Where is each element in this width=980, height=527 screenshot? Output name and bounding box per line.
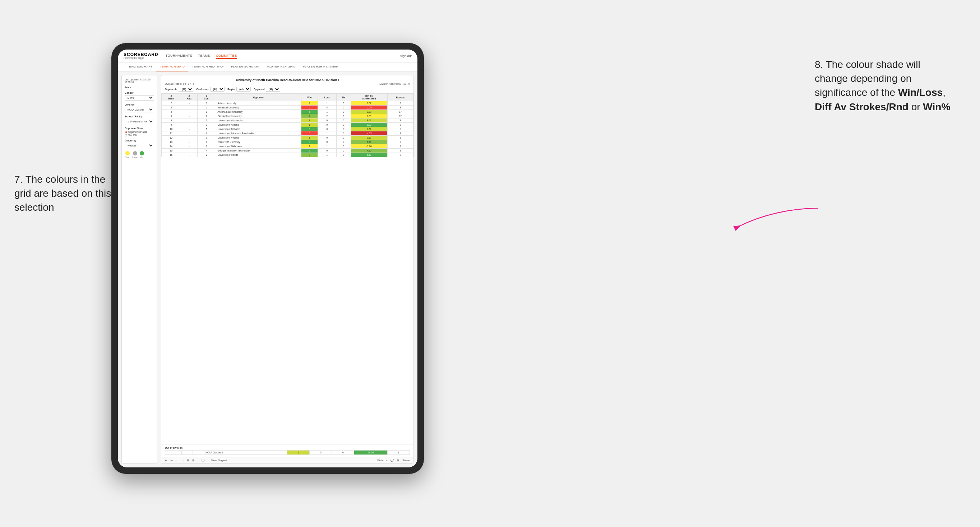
forward-button[interactable]: ›	[180, 459, 181, 462]
colour-by-section: Colour by Win/loss	[125, 139, 154, 148]
cell-tie: 0	[336, 140, 351, 144]
division-select[interactable]: NCAA Division I	[125, 107, 154, 113]
logo: SCOREBOARD Powered by clippd	[124, 52, 158, 59]
grid-header: University of North Carolina Head-to-Hea…	[161, 75, 414, 93]
filter-opponent-select[interactable]: (All)	[266, 87, 280, 92]
ood-tie: 0	[332, 451, 354, 455]
cell-loss: 0	[318, 149, 336, 153]
sub-nav-team-h2h-heatmap[interactable]: TEAM H2H HEATMAP	[188, 62, 228, 71]
sub-nav-player-summary[interactable]: PLAYER SUMMARY	[228, 62, 264, 71]
table-row: 11 - 6 University of Arkansas, Fayettevi…	[162, 132, 414, 136]
cell-conf: 3	[197, 136, 216, 140]
cell-opponent: University of Arizona	[216, 123, 301, 127]
school-section: School (Rank) 1. University of Nort...	[125, 115, 154, 124]
filter-region-label: Region	[228, 88, 235, 90]
radio-dot-opponents	[125, 131, 127, 133]
cell-diff: -2.29	[351, 106, 387, 110]
watch-button[interactable]: Watch ▾	[377, 459, 388, 462]
cell-reg: -	[181, 106, 197, 110]
ood-loss: 0	[310, 451, 332, 455]
cell-tie: 0	[336, 132, 351, 136]
cell-opponent: University of Washington	[216, 119, 301, 123]
cell-conf: 5	[197, 127, 216, 132]
cell-conf: 2	[197, 114, 216, 119]
separator2: |	[197, 459, 198, 462]
crop-button[interactable]: ⊡	[192, 459, 195, 462]
cell-tie: 0	[336, 110, 351, 114]
sign-out-link[interactable]: Sign out	[400, 54, 412, 58]
nav-committee[interactable]: COMMITTEE	[216, 53, 237, 59]
opponent-view-section: Opponent View Opponents Played Top 100	[125, 127, 154, 137]
cell-rank: 12	[162, 136, 181, 140]
sub-nav-team-h2h-grid[interactable]: TEAM H2H GRID	[156, 62, 188, 71]
undo-button[interactable]: ↩	[165, 459, 167, 462]
opponent-view-label: Opponent View	[125, 127, 154, 130]
filter-opponents-select[interactable]: (All)	[179, 87, 193, 92]
school-select[interactable]: 1. University of Nort...	[125, 119, 154, 124]
cell-opponent: University of Virginia	[216, 136, 301, 140]
filter-conference-select[interactable]: (All)	[210, 87, 224, 92]
left-panel: Last Updated: 27/03/2024 16:55:38 Team G…	[121, 75, 158, 464]
nav-tournaments[interactable]: TOURNAMENTS	[165, 53, 192, 59]
copy-button[interactable]: ⊞	[187, 459, 189, 462]
cell-reg: -	[181, 136, 197, 140]
cell-rounds: 8	[388, 127, 414, 132]
out-of-division-table: NCAA Division II 1 0 0 26.00 3	[165, 450, 410, 455]
cell-opponent: Georgia Institute of Technology	[216, 149, 301, 153]
share-button[interactable]: Share	[402, 459, 410, 462]
clock-button[interactable]: 🕐	[201, 459, 205, 462]
nav-teams[interactable]: TEAMS	[198, 53, 210, 59]
colour-by-select[interactable]: Win/loss	[125, 143, 154, 148]
overall-record-value: 89 - 17 - 0	[183, 83, 195, 85]
radio-opponents-played[interactable]: Opponents Played	[125, 131, 154, 133]
annotation-sep2: or	[908, 101, 923, 113]
col-diff: Diff AvStrokes/Rnd	[351, 94, 387, 101]
cell-tie: 0	[336, 153, 351, 157]
cell-reg: -	[181, 149, 197, 153]
sub-nav: TEAM SUMMARY TEAM H2H GRID TEAM H2H HEAT…	[118, 62, 417, 71]
cell-reg: -	[181, 119, 197, 123]
cell-reg: -	[181, 101, 197, 106]
annotation-bold-winpct: Win%	[923, 101, 950, 113]
sub-nav-player-h2h-grid[interactable]: PLAYER H2H GRID	[264, 62, 299, 71]
gender-select[interactable]: Men's	[125, 95, 154, 100]
filter-opponent: Opponent (All)	[254, 87, 280, 92]
table-header-row: #Rank #Reg #Conf Opponent Win Loss Tie D…	[162, 94, 414, 101]
school-label: School (Rank)	[125, 115, 154, 118]
share-icon[interactable]: ⊞	[397, 459, 399, 462]
cell-reg: -	[181, 132, 197, 136]
sub-nav-team-summary[interactable]: TEAM SUMMARY	[124, 62, 156, 71]
team-label: Team	[125, 86, 154, 89]
cell-opponent: University of Oklahoma	[216, 144, 301, 149]
radio-top100[interactable]: Top 100	[125, 134, 154, 137]
filter-opponents-label: Opponents:	[165, 88, 178, 90]
cell-loss: 0	[318, 140, 336, 144]
legend-down: Down	[125, 151, 130, 158]
back-button[interactable]: ‹	[176, 459, 177, 462]
division-section: Division NCAA Division I	[125, 103, 154, 113]
cell-conf: 2	[197, 153, 216, 157]
radio-label-opponents: Opponents Played	[128, 131, 147, 133]
legend-dot-down	[126, 151, 130, 156]
annotation-bold-winloss: Win/Loss	[898, 87, 943, 98]
sub-nav-player-h2h-heatmap[interactable]: PLAYER H2H HEATMAP	[299, 62, 342, 71]
cell-opponent: University of Florida	[216, 153, 301, 157]
cell-reg: -	[181, 140, 197, 144]
table-row: 8 - 2 University of Washington 1 0 0 3.6…	[162, 119, 414, 123]
cell-loss: 2	[318, 114, 336, 119]
cell-tie: 0	[336, 123, 351, 127]
cell-reg: -	[181, 114, 197, 119]
redo-button[interactable]: ↪	[170, 459, 173, 462]
tablet-device: SCOREBOARD Powered by clippd TOURNAMENTS…	[111, 43, 424, 474]
cell-loss: 1	[318, 132, 336, 136]
cell-rounds: 3	[388, 119, 414, 123]
cell-conf: 1	[197, 140, 216, 144]
filter-region-select[interactable]: (All)	[236, 87, 251, 92]
legend-label-level: Level	[132, 156, 137, 158]
cell-tie: 0	[336, 127, 351, 132]
annotation-right-number: 8.	[815, 59, 823, 70]
cell-loss: 1	[318, 153, 336, 157]
cell-win: 1	[301, 136, 318, 140]
comment-button[interactable]: 💬	[390, 459, 394, 462]
cell-rank: 14	[162, 144, 181, 149]
